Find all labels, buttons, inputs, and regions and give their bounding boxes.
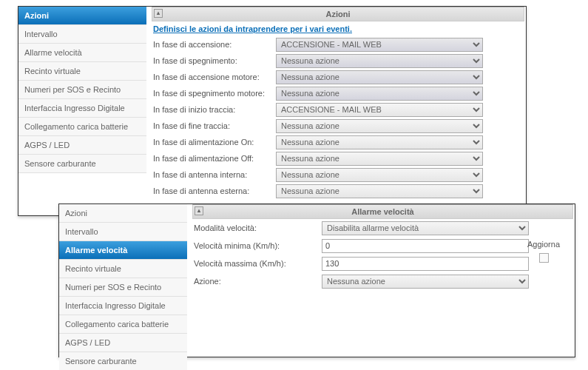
- event-row: In fase di spegnimento:Nessuna azione: [152, 53, 524, 69]
- mode-label: Modalità velocità:: [192, 223, 322, 232]
- event-label: In fase di antenna esterna:: [152, 186, 276, 195]
- section-title: Allarme velocità: [351, 207, 413, 216]
- sidebar-top-item-2[interactable]: Allarme velocità: [18, 44, 146, 62]
- event-label: In fase di spegnimento motore:: [152, 89, 276, 98]
- row-action: Azione: Nessuna azione: [192, 272, 573, 290]
- event-select[interactable]: Nessuna azione: [276, 168, 483, 182]
- section-header-allarme: ▴ Allarme velocità: [192, 204, 573, 219]
- sidebar-top-item-0[interactable]: Azioni: [18, 7, 146, 25]
- event-label: In fase di inizio traccia:: [152, 105, 276, 114]
- min-label: Velocità minima (Km/h):: [192, 241, 322, 250]
- max-label: Velocità massima (Km/h):: [192, 259, 322, 268]
- event-select[interactable]: Nessuna azione: [276, 152, 483, 166]
- instruction-text: Definisci le azioni da intraprendere per…: [152, 21, 524, 36]
- sidebar-top-item-5[interactable]: Interfaccia Ingresso Digitale: [18, 99, 146, 118]
- sidebar-bottom-item-3[interactable]: Recinto virtuale: [59, 260, 187, 278]
- section-header-azioni: ▴ Azioni: [152, 7, 524, 21]
- collapse-icon[interactable]: ▴: [154, 9, 163, 18]
- event-label: In fase di accensione motore:: [152, 73, 276, 81]
- event-row: In fase di spegnimento motore:Nessuna az…: [152, 85, 524, 101]
- sidebar-top-item-8[interactable]: Sensore carburante: [18, 155, 146, 173]
- event-select[interactable]: Nessuna azione: [276, 54, 483, 68]
- event-select[interactable]: Nessuna azione: [276, 119, 483, 133]
- mode-select[interactable]: Disabilita allarme velocità: [322, 221, 529, 235]
- event-select[interactable]: Nessuna azione: [276, 70, 483, 84]
- sidebar-top-item-3[interactable]: Recinto virtuale: [18, 62, 146, 81]
- row-max: Velocità massima (Km/h):: [192, 255, 573, 272]
- event-select[interactable]: ACCENSIONE - MAIL WEB: [276, 38, 483, 52]
- event-label: In fase di accensione:: [152, 40, 276, 49]
- row-min: Velocità minima (Km/h):: [192, 237, 573, 255]
- event-label: In fase di antenna interna:: [152, 170, 276, 179]
- min-input[interactable]: [322, 239, 529, 253]
- event-row: In fase di alimentazione Off:Nessuna azi…: [152, 150, 524, 166]
- content-azioni: ▴ Azioni Definisci le azioni da intrapre…: [150, 7, 526, 199]
- event-label: In fase di alimentazione Off:: [152, 154, 276, 163]
- event-row: In fase di antenna interna:Nessuna azion…: [152, 166, 524, 183]
- action-select[interactable]: Nessuna azione: [322, 275, 529, 289]
- event-row: In fase di antenna esterna:Nessuna azion…: [152, 183, 524, 199]
- event-label: In fase di alimentazione On:: [152, 138, 276, 147]
- panel-azioni: AzioniIntervalloAllarme velocitàRecinto …: [18, 6, 527, 216]
- sidebar-bottom-item-2[interactable]: Allarme velocità: [59, 241, 187, 260]
- event-select[interactable]: Nessuna azione: [276, 135, 483, 149]
- sidebar-bottom-item-7[interactable]: AGPS / LED: [59, 334, 187, 352]
- panel-allarme-velocita: AzioniIntervalloAllarme velocitàRecinto …: [58, 204, 575, 357]
- sidebar-bottom-item-4[interactable]: Numeri per SOS e Recinto: [59, 278, 187, 297]
- sidebar-bottom-item-5[interactable]: Interfaccia Ingresso Digitale: [59, 297, 187, 315]
- event-row: In fase di accensione motore:Nessuna azi…: [152, 69, 524, 85]
- event-select[interactable]: ACCENSIONE - MAIL WEB: [276, 103, 483, 117]
- event-select[interactable]: Nessuna azione: [276, 184, 483, 198]
- sidebar-top-item-1[interactable]: Intervallo: [18, 25, 146, 44]
- event-label: In fase di spegnimento:: [152, 56, 276, 65]
- event-row: In fase di inizio traccia:ACCENSIONE - M…: [152, 101, 524, 118]
- sidebar-bottom-item-8[interactable]: Sensore carburante: [59, 352, 187, 370]
- event-select[interactable]: Nessuna azione: [276, 87, 483, 101]
- sidebar-bottom: AzioniIntervalloAllarme velocitàRecinto …: [59, 204, 187, 370]
- row-mode: Modalità velocità: Disabilita allarme ve…: [192, 219, 573, 237]
- sidebar-bottom-item-0[interactable]: Azioni: [59, 204, 187, 223]
- event-label: In fase di fine traccia:: [152, 121, 276, 130]
- section-title: Azioni: [326, 10, 351, 18]
- update-control: Aggiorna: [521, 240, 566, 263]
- max-input[interactable]: [322, 257, 529, 271]
- event-row: In fase di fine traccia:Nessuna azione: [152, 118, 524, 134]
- sidebar-top-item-6[interactable]: Collegamento carica batterie: [18, 118, 146, 136]
- event-row: In fase di accensione:ACCENSIONE - MAIL …: [152, 36, 524, 53]
- update-label: Aggiorna: [521, 240, 566, 249]
- event-row: In fase di alimentazione On:Nessuna azio…: [152, 134, 524, 150]
- sidebar-top: AzioniIntervalloAllarme velocitàRecinto …: [18, 7, 146, 173]
- sidebar-top-item-4[interactable]: Numeri per SOS e Recinto: [18, 81, 146, 99]
- sidebar-top-item-7[interactable]: AGPS / LED: [18, 136, 146, 155]
- update-checkbox[interactable]: [539, 253, 549, 263]
- content-allarme: ▴ Allarme velocità Modalità velocità: Di…: [191, 204, 575, 290]
- sidebar-bottom-item-1[interactable]: Intervallo: [59, 223, 187, 241]
- collapse-icon[interactable]: ▴: [195, 206, 203, 215]
- sidebar-bottom-item-6[interactable]: Collegamento carica batterie: [59, 315, 187, 334]
- action-label: Azione:: [192, 277, 322, 286]
